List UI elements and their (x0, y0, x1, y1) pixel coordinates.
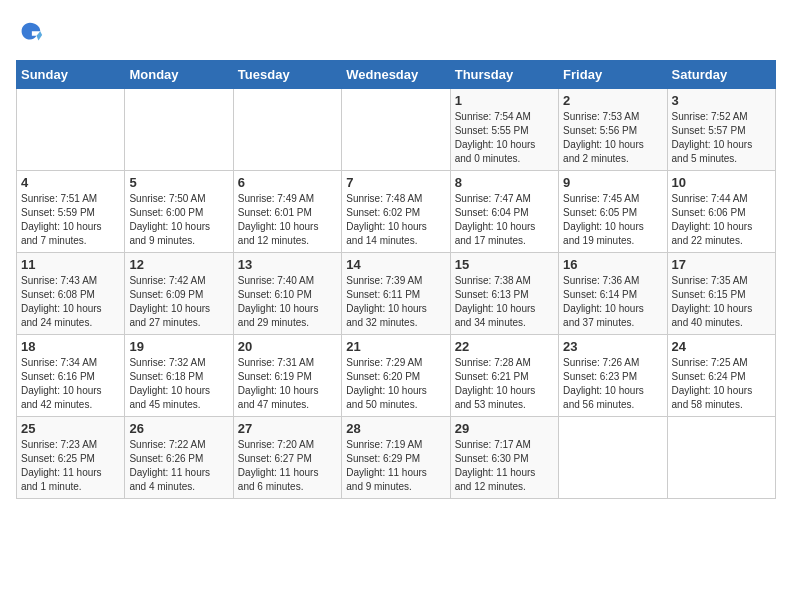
header-tuesday: Tuesday (233, 61, 341, 89)
day-info: Sunrise: 7:43 AM Sunset: 6:08 PM Dayligh… (21, 274, 120, 330)
calendar-week-row: 11Sunrise: 7:43 AM Sunset: 6:08 PM Dayli… (17, 253, 776, 335)
header-wednesday: Wednesday (342, 61, 450, 89)
day-number: 21 (346, 339, 445, 354)
day-number: 7 (346, 175, 445, 190)
day-info: Sunrise: 7:19 AM Sunset: 6:29 PM Dayligh… (346, 438, 445, 494)
day-info: Sunrise: 7:23 AM Sunset: 6:25 PM Dayligh… (21, 438, 120, 494)
calendar-cell: 15Sunrise: 7:38 AM Sunset: 6:13 PM Dayli… (450, 253, 558, 335)
day-info: Sunrise: 7:45 AM Sunset: 6:05 PM Dayligh… (563, 192, 662, 248)
day-info: Sunrise: 7:39 AM Sunset: 6:11 PM Dayligh… (346, 274, 445, 330)
calendar-cell: 27Sunrise: 7:20 AM Sunset: 6:27 PM Dayli… (233, 417, 341, 499)
day-number: 6 (238, 175, 337, 190)
calendar-cell: 5Sunrise: 7:50 AM Sunset: 6:00 PM Daylig… (125, 171, 233, 253)
day-number: 18 (21, 339, 120, 354)
day-number: 1 (455, 93, 554, 108)
day-number: 25 (21, 421, 120, 436)
calendar-cell (667, 417, 775, 499)
calendar-week-row: 18Sunrise: 7:34 AM Sunset: 6:16 PM Dayli… (17, 335, 776, 417)
day-info: Sunrise: 7:22 AM Sunset: 6:26 PM Dayligh… (129, 438, 228, 494)
calendar-cell: 21Sunrise: 7:29 AM Sunset: 6:20 PM Dayli… (342, 335, 450, 417)
page-header (16, 16, 776, 48)
day-info: Sunrise: 7:20 AM Sunset: 6:27 PM Dayligh… (238, 438, 337, 494)
calendar-cell: 23Sunrise: 7:26 AM Sunset: 6:23 PM Dayli… (559, 335, 667, 417)
calendar-cell: 24Sunrise: 7:25 AM Sunset: 6:24 PM Dayli… (667, 335, 775, 417)
calendar-cell: 22Sunrise: 7:28 AM Sunset: 6:21 PM Dayli… (450, 335, 558, 417)
day-number: 19 (129, 339, 228, 354)
day-number: 27 (238, 421, 337, 436)
calendar-cell: 12Sunrise: 7:42 AM Sunset: 6:09 PM Dayli… (125, 253, 233, 335)
calendar-cell: 25Sunrise: 7:23 AM Sunset: 6:25 PM Dayli… (17, 417, 125, 499)
calendar-table: SundayMondayTuesdayWednesdayThursdayFrid… (16, 60, 776, 499)
calendar-cell: 7Sunrise: 7:48 AM Sunset: 6:02 PM Daylig… (342, 171, 450, 253)
day-number: 28 (346, 421, 445, 436)
day-number: 24 (672, 339, 771, 354)
header-friday: Friday (559, 61, 667, 89)
day-number: 13 (238, 257, 337, 272)
calendar-cell: 28Sunrise: 7:19 AM Sunset: 6:29 PM Dayli… (342, 417, 450, 499)
calendar-cell: 17Sunrise: 7:35 AM Sunset: 6:15 PM Dayli… (667, 253, 775, 335)
day-number: 12 (129, 257, 228, 272)
day-number: 26 (129, 421, 228, 436)
calendar-cell: 6Sunrise: 7:49 AM Sunset: 6:01 PM Daylig… (233, 171, 341, 253)
calendar-cell: 13Sunrise: 7:40 AM Sunset: 6:10 PM Dayli… (233, 253, 341, 335)
day-info: Sunrise: 7:29 AM Sunset: 6:20 PM Dayligh… (346, 356, 445, 412)
day-number: 11 (21, 257, 120, 272)
day-info: Sunrise: 7:36 AM Sunset: 6:14 PM Dayligh… (563, 274, 662, 330)
calendar-cell: 3Sunrise: 7:52 AM Sunset: 5:57 PM Daylig… (667, 89, 775, 171)
calendar-cell: 26Sunrise: 7:22 AM Sunset: 6:26 PM Dayli… (125, 417, 233, 499)
day-number: 10 (672, 175, 771, 190)
logo (16, 20, 46, 48)
day-number: 22 (455, 339, 554, 354)
day-info: Sunrise: 7:54 AM Sunset: 5:55 PM Dayligh… (455, 110, 554, 166)
day-number: 4 (21, 175, 120, 190)
day-info: Sunrise: 7:26 AM Sunset: 6:23 PM Dayligh… (563, 356, 662, 412)
day-info: Sunrise: 7:47 AM Sunset: 6:04 PM Dayligh… (455, 192, 554, 248)
day-info: Sunrise: 7:49 AM Sunset: 6:01 PM Dayligh… (238, 192, 337, 248)
calendar-cell: 16Sunrise: 7:36 AM Sunset: 6:14 PM Dayli… (559, 253, 667, 335)
day-number: 17 (672, 257, 771, 272)
calendar-cell (342, 89, 450, 171)
calendar-cell: 20Sunrise: 7:31 AM Sunset: 6:19 PM Dayli… (233, 335, 341, 417)
day-number: 20 (238, 339, 337, 354)
day-info: Sunrise: 7:28 AM Sunset: 6:21 PM Dayligh… (455, 356, 554, 412)
day-info: Sunrise: 7:35 AM Sunset: 6:15 PM Dayligh… (672, 274, 771, 330)
calendar-cell: 1Sunrise: 7:54 AM Sunset: 5:55 PM Daylig… (450, 89, 558, 171)
header-sunday: Sunday (17, 61, 125, 89)
day-number: 5 (129, 175, 228, 190)
day-info: Sunrise: 7:48 AM Sunset: 6:02 PM Dayligh… (346, 192, 445, 248)
day-info: Sunrise: 7:53 AM Sunset: 5:56 PM Dayligh… (563, 110, 662, 166)
calendar-cell: 9Sunrise: 7:45 AM Sunset: 6:05 PM Daylig… (559, 171, 667, 253)
calendar-cell: 11Sunrise: 7:43 AM Sunset: 6:08 PM Dayli… (17, 253, 125, 335)
day-info: Sunrise: 7:31 AM Sunset: 6:19 PM Dayligh… (238, 356, 337, 412)
calendar-cell (233, 89, 341, 171)
calendar-cell: 29Sunrise: 7:17 AM Sunset: 6:30 PM Dayli… (450, 417, 558, 499)
calendar-cell: 19Sunrise: 7:32 AM Sunset: 6:18 PM Dayli… (125, 335, 233, 417)
day-number: 9 (563, 175, 662, 190)
header-saturday: Saturday (667, 61, 775, 89)
calendar-week-row: 4Sunrise: 7:51 AM Sunset: 5:59 PM Daylig… (17, 171, 776, 253)
calendar-cell (125, 89, 233, 171)
day-info: Sunrise: 7:34 AM Sunset: 6:16 PM Dayligh… (21, 356, 120, 412)
day-info: Sunrise: 7:40 AM Sunset: 6:10 PM Dayligh… (238, 274, 337, 330)
day-info: Sunrise: 7:51 AM Sunset: 5:59 PM Dayligh… (21, 192, 120, 248)
day-info: Sunrise: 7:42 AM Sunset: 6:09 PM Dayligh… (129, 274, 228, 330)
day-number: 3 (672, 93, 771, 108)
calendar-cell: 18Sunrise: 7:34 AM Sunset: 6:16 PM Dayli… (17, 335, 125, 417)
calendar-cell: 14Sunrise: 7:39 AM Sunset: 6:11 PM Dayli… (342, 253, 450, 335)
day-number: 15 (455, 257, 554, 272)
logo-icon (16, 20, 44, 48)
day-info: Sunrise: 7:38 AM Sunset: 6:13 PM Dayligh… (455, 274, 554, 330)
calendar-cell (559, 417, 667, 499)
calendar-cell (17, 89, 125, 171)
header-thursday: Thursday (450, 61, 558, 89)
day-number: 8 (455, 175, 554, 190)
day-info: Sunrise: 7:44 AM Sunset: 6:06 PM Dayligh… (672, 192, 771, 248)
day-info: Sunrise: 7:50 AM Sunset: 6:00 PM Dayligh… (129, 192, 228, 248)
calendar-week-row: 25Sunrise: 7:23 AM Sunset: 6:25 PM Dayli… (17, 417, 776, 499)
day-number: 2 (563, 93, 662, 108)
day-info: Sunrise: 7:32 AM Sunset: 6:18 PM Dayligh… (129, 356, 228, 412)
calendar-cell: 2Sunrise: 7:53 AM Sunset: 5:56 PM Daylig… (559, 89, 667, 171)
calendar-header-row: SundayMondayTuesdayWednesdayThursdayFrid… (17, 61, 776, 89)
day-info: Sunrise: 7:52 AM Sunset: 5:57 PM Dayligh… (672, 110, 771, 166)
calendar-cell: 10Sunrise: 7:44 AM Sunset: 6:06 PM Dayli… (667, 171, 775, 253)
